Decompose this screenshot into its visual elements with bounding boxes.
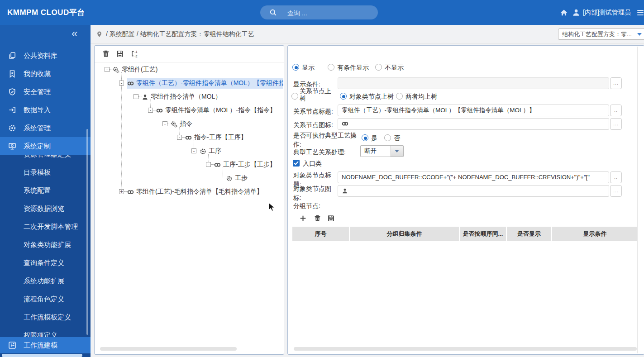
column-header-group-condition[interactable]: 分组归集条件 bbox=[349, 227, 459, 241]
sidebar-item-library[interactable]: 公共资料库 bbox=[0, 47, 91, 65]
add-group-button[interactable] bbox=[299, 214, 307, 222]
tree-node-label: 零组件(工艺) bbox=[122, 66, 157, 74]
sidebar-collapse-button[interactable]: « bbox=[72, 27, 77, 40]
sidebar-subitem-object-class-extend[interactable]: 对象类功能扩展 bbox=[0, 236, 91, 254]
tree-expander[interactable]: - bbox=[191, 148, 196, 153]
typical-relation-label: 典型工艺关系处理: bbox=[293, 148, 346, 157]
sidebar-horizontal-scrollbar[interactable] bbox=[2, 354, 82, 357]
search-input[interactable] bbox=[286, 5, 374, 20]
relation-title-input[interactable]: 零组件（工艺）-零组件指令清单（MOL）【零组件指令清单（MOL）】 bbox=[338, 105, 609, 116]
sidebar-item-favorites[interactable]: 我的收藏 bbox=[0, 65, 91, 83]
column-header-ordered[interactable]: 是否按顺序同... bbox=[459, 227, 506, 241]
tree-horizontal-scrollbar[interactable] bbox=[100, 347, 237, 351]
tree-node[interactable]: 工步 bbox=[226, 173, 248, 184]
column-header-visible[interactable]: 是否显示 bbox=[506, 227, 551, 241]
tree-node-label: 指令 bbox=[180, 120, 192, 128]
relation-icon-input[interactable] bbox=[338, 118, 609, 130]
sidebar-item-system-custom[interactable]: 系统定制 bbox=[0, 137, 91, 155]
tree-expander[interactable]: - bbox=[177, 135, 182, 140]
object-title-input[interactable]: NODENAME_DOC_BUFFER::CCODE+"("+ NODENAME… bbox=[338, 171, 609, 183]
typical-relation-select[interactable]: 断开 bbox=[360, 145, 404, 157]
user-icon[interactable] bbox=[572, 9, 580, 17]
tree-expander[interactable]: + bbox=[119, 189, 124, 194]
sidebar-subitem-system-config[interactable]: 系统配置 bbox=[0, 181, 91, 200]
tree-expander[interactable]: - bbox=[206, 162, 211, 167]
sidebar-vertical-scrollbar[interactable] bbox=[86, 129, 88, 335]
tree-node-label: 工序-工步【工步】 bbox=[223, 161, 276, 169]
radio-display-label: 显示 bbox=[302, 64, 315, 71]
tree-node[interactable]: 零组件指令清单（MOL） bbox=[142, 91, 221, 102]
radio-yes[interactable] bbox=[362, 134, 368, 141]
relation-title-more-button[interactable]: .. bbox=[610, 105, 622, 116]
chain-link-icon bbox=[185, 134, 192, 141]
save-group-button[interactable] bbox=[327, 214, 335, 222]
tree-expander[interactable]: - bbox=[162, 121, 167, 126]
sidebar-subitem-catalog-template[interactable]: 目录模板 bbox=[0, 163, 91, 181]
save-tree-button[interactable] bbox=[116, 50, 124, 58]
tree-expander[interactable]: - bbox=[119, 81, 124, 86]
tree-node[interactable]: 指令 bbox=[171, 119, 192, 129]
tree-node[interactable]: 指令-工序【工序】 bbox=[185, 132, 247, 143]
person-icon bbox=[342, 188, 348, 194]
radio-relation-node-tree[interactable] bbox=[291, 93, 298, 100]
sidebar-subitem-workflow-template-def[interactable]: 工作流模板定义 bbox=[0, 308, 91, 326]
column-header-display-condition[interactable]: 显示条件 bbox=[551, 227, 638, 241]
radio-both-tree-label: 两者均上树 bbox=[405, 93, 437, 100]
current-user-label[interactable]: [内部]测试管理员 bbox=[583, 0, 631, 25]
radio-display[interactable] bbox=[292, 64, 299, 71]
home-icon[interactable] bbox=[560, 9, 568, 17]
tree-node[interactable]: 零组件(工艺)-毛料指令清单【毛料指令清单】 bbox=[127, 186, 263, 197]
scheme-select-value: 结构化工艺配置方案：零... bbox=[562, 29, 632, 39]
sidebar-subitem-script-manage[interactable]: 二次开发脚本管理 bbox=[0, 218, 91, 236]
object-icon-more-button[interactable]: ... bbox=[610, 185, 622, 197]
sidebar-item-data-import[interactable]: 数据导入 bbox=[0, 101, 91, 119]
tree-node[interactable]: 工序-工步【工步】 bbox=[214, 159, 276, 170]
search-icon bbox=[269, 9, 277, 16]
mouse-cursor bbox=[268, 202, 277, 212]
menu-icon[interactable] bbox=[636, 9, 644, 17]
relation-icon-more-button[interactable]: ... bbox=[610, 118, 622, 130]
global-search[interactable] bbox=[260, 5, 378, 19]
form-vertical-scrollbar-track[interactable] bbox=[637, 47, 638, 353]
entry-class-label: 入口类 bbox=[303, 160, 322, 167]
top-header-bar: KMMPM CLOUD平台 [内部]测试管理员 bbox=[0, 0, 644, 25]
sidebar-item-label: 公共资料库 bbox=[24, 47, 57, 65]
object-icon-input[interactable] bbox=[338, 185, 609, 197]
column-header-seq[interactable]: 序号 bbox=[292, 227, 349, 241]
sidebar-subitem-process-role-def[interactable]: 流程角色定义 bbox=[0, 290, 91, 308]
delete-node-button[interactable] bbox=[102, 50, 110, 58]
chevron-down-icon[interactable] bbox=[391, 146, 403, 157]
tree-node[interactable]: 零组件(工艺) bbox=[113, 64, 157, 75]
radio-both-tree[interactable] bbox=[396, 93, 403, 100]
radio-no[interactable] bbox=[384, 134, 391, 141]
entry-class-checkbox[interactable] bbox=[293, 160, 300, 167]
delete-group-button[interactable] bbox=[314, 214, 321, 222]
sidebar-subitem-query-condition-def[interactable]: 查询条件定义 bbox=[0, 254, 91, 272]
tree-node[interactable]: 工序 bbox=[200, 146, 221, 157]
sidebar-item-system-manage[interactable]: 系统管理 bbox=[0, 119, 91, 137]
display-condition-more-button[interactable]: ... bbox=[610, 77, 622, 89]
sidebar-subitem-resource-data-browse[interactable]: 资源数据浏览 bbox=[0, 200, 91, 218]
tree-expander[interactable]: - bbox=[134, 94, 138, 99]
radio-no-display[interactable] bbox=[375, 64, 382, 71]
sidebar-item-label: 系统管理 bbox=[24, 119, 51, 137]
sidebar-item-security[interactable]: 安全管理 bbox=[0, 83, 91, 101]
levels-button[interactable] bbox=[130, 50, 138, 58]
tree-node-label: 工序 bbox=[209, 147, 221, 155]
form-horizontal-scrollbar[interactable] bbox=[294, 347, 637, 351]
object-title-more-button[interactable]: .. bbox=[610, 171, 622, 183]
relation-icon-label: 关系节点图标: bbox=[293, 120, 333, 129]
chain-link-icon bbox=[214, 162, 221, 168]
sidebar-item-workflow-modeling[interactable]: 工作流建模 bbox=[0, 337, 91, 353]
display-condition-input[interactable] bbox=[338, 77, 609, 89]
radio-object-node-tree[interactable] bbox=[340, 93, 347, 100]
tree-node-selected[interactable]: 零组件（工艺）-零组件指令清单（MOL）【零组件指令清单（MOL）】 bbox=[127, 78, 283, 89]
import-icon bbox=[8, 106, 16, 114]
radio-conditional-display[interactable] bbox=[328, 64, 334, 71]
scheme-select[interactable]: 结构化工艺配置方案：零... bbox=[558, 29, 644, 40]
sidebar-subitem-system-function-extend[interactable]: 系统功能扩展 bbox=[0, 272, 91, 290]
tree-node-label: 零组件(工艺)-毛料指令清单【毛料指令清单】 bbox=[136, 188, 263, 196]
tree-expander[interactable]: - bbox=[105, 67, 110, 72]
tree-expander[interactable]: - bbox=[148, 108, 153, 113]
tree-node[interactable]: 零组件指令清单（MOL）-指令【指令】 bbox=[156, 105, 276, 116]
